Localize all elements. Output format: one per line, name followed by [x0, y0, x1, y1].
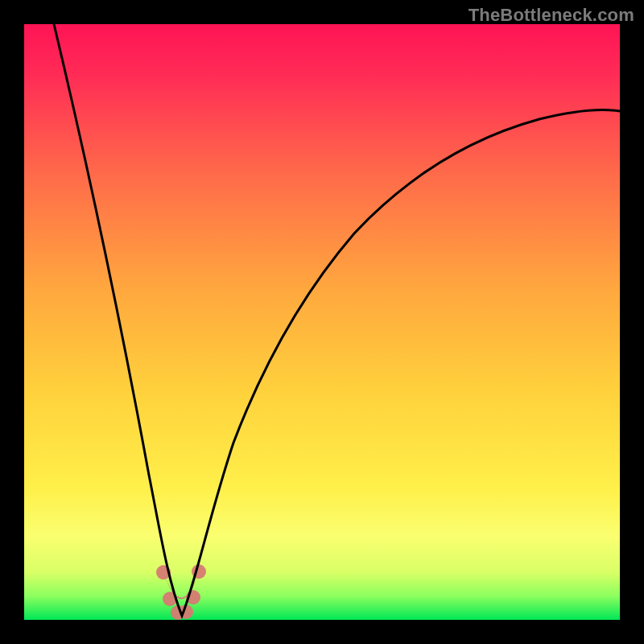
bottleneck-plot [24, 24, 620, 620]
chart-frame [24, 24, 620, 620]
gradient-background [24, 24, 620, 620]
watermark-text: TheBottleneck.com [469, 5, 634, 26]
